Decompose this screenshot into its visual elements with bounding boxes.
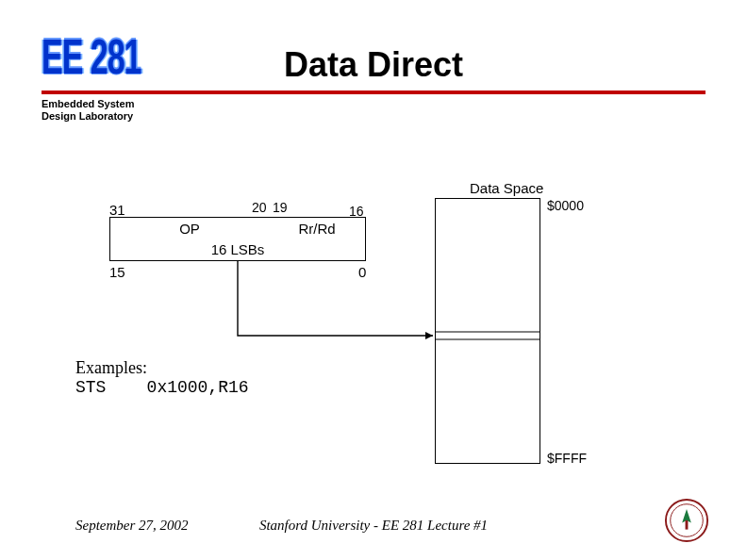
addressing-diagram: Data Space 31 20 19 16 OP Rr/Rd 16 LSBs …: [0, 170, 747, 471]
subtitle-line2: Design Laboratory: [42, 110, 133, 122]
bit-0-label: 0: [358, 264, 366, 280]
footer-center: Stanford University - EE 281 Lecture #1: [0, 518, 747, 534]
data-space-label: Data Space: [470, 180, 543, 196]
bit-19-label: 19: [273, 200, 288, 215]
svg-rect-4: [686, 520, 689, 530]
data-space-box: [435, 198, 540, 464]
bit-15-label: 15: [109, 264, 125, 280]
bit-31-label: 31: [109, 202, 125, 218]
subtitle-line1: Embedded System: [42, 98, 134, 109]
op-cell: OP: [109, 217, 270, 239]
lsbs-cell: 16 LSBs: [109, 239, 366, 261]
bit-20-label: 20: [252, 200, 267, 215]
example-code: STS 0x1000,R16: [75, 378, 249, 397]
title-underline: [42, 91, 706, 94]
examples-heading: Examples:: [75, 358, 249, 378]
examples-block: Examples: STS 0x1000,R16: [75, 358, 249, 397]
rrrd-cell: Rr/Rd: [269, 217, 366, 239]
stanford-seal-icon: [664, 498, 709, 543]
course-subtitle: Embedded System Design Laboratory: [42, 98, 134, 123]
addr-bot-label: $FFFF: [547, 451, 587, 466]
addr-top-label: $0000: [547, 198, 584, 213]
slide-title: Data Direct: [0, 45, 747, 85]
